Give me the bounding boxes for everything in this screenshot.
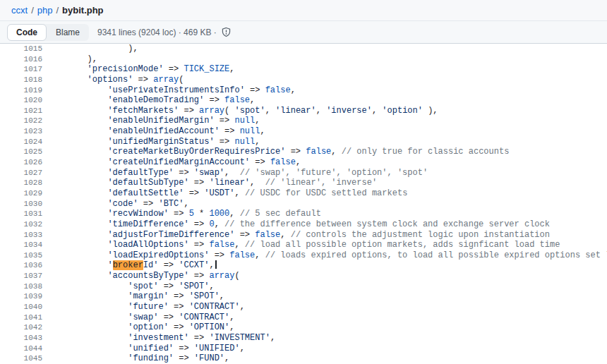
code-line: 1017 'precisionMode' => TICK_SIZE, [0, 64, 607, 75]
line-number[interactable]: 1029 [0, 188, 42, 199]
line-number[interactable]: 1031 [0, 209, 42, 219]
code-line: 1026 'createUnifiedMarginAccount' => fal… [0, 157, 607, 168]
line-number[interactable]: 1034 [0, 240, 42, 250]
line-number[interactable]: 1044 [0, 344, 42, 354]
line-number[interactable]: 1037 [0, 271, 42, 281]
code-line: 1032 'timeDifference' => 0, // the diffe… [0, 219, 607, 230]
line-number[interactable]: 1020 [0, 95, 42, 106]
code-line: 1039 'margin' => 'SPOT', [0, 291, 607, 302]
line-number[interactable]: 1015 [0, 44, 42, 54]
code-line: 1038 'spot' => 'SPOT', [0, 281, 607, 292]
code-line: 1027 'defaultType' => 'swap', // 'swap',… [0, 168, 607, 178]
file-metadata: 9341 lines (9204 loc) · 469 KB · [97, 27, 232, 37]
code-text: 'unifiedMarginStatus' => null, [47, 137, 260, 147]
blame-tab[interactable]: Blame [47, 24, 89, 41]
code-line: 1025 'createMarketBuyOrderRequiresPrice'… [0, 147, 607, 157]
code-line: 1034 'loadAllOptions' => false, // load … [0, 240, 607, 250]
code-text: 'enableDemoTrading' => false, [47, 95, 255, 106]
code-line: 1028 'defaultSubType' => 'linear', // 'l… [0, 178, 607, 188]
line-number[interactable]: 1039 [0, 291, 42, 302]
code-text: 'defaultType' => 'swap', // 'swap', 'fut… [47, 168, 428, 178]
code-text: 'recvWindow' => 5 * 1000, // 5 sec defau… [47, 209, 321, 219]
code-text: 'loadAllOptions' => false, // load all p… [47, 240, 560, 250]
code-blame-switch: Code Blame [7, 24, 89, 41]
line-number[interactable]: 1040 [0, 302, 42, 313]
code-viewer: 1015 ),1016 ),1017 'precisionMode' => TI… [0, 44, 607, 364]
code-text: ), [47, 54, 97, 65]
line-number[interactable]: 1045 [0, 353, 42, 364]
line-number[interactable]: 1018 [0, 75, 42, 85]
line-number[interactable]: 1041 [0, 313, 42, 323]
code-line: 1031 'recvWindow' => 5 * 1000, // 5 sec … [0, 209, 607, 219]
code-lines: 1015 ),1016 ),1017 'precisionMode' => TI… [0, 44, 607, 364]
code-text: 'option' => 'OPTION', [47, 322, 234, 333]
code-text: 'defaultSettle' => 'USDT', // USDC for U… [47, 188, 407, 199]
code-text: 'enableUnifiedMargin' => null, [47, 116, 260, 126]
breadcrumb: ccxt / php / bybit.php [0, 0, 607, 21]
code-line: 1044 'unified' => 'UNIFIED', [0, 344, 607, 354]
file-metadata-text: 9341 lines (9204 loc) · 469 KB · [97, 28, 217, 37]
code-text: 'adjustForTimeDifference' => false, // c… [47, 230, 550, 241]
line-number[interactable]: 1027 [0, 168, 42, 178]
code-line: 1021 'fetchMarkets' => array( 'spot', 'l… [0, 106, 607, 116]
code-text: 'createUnifiedMarginAccount' => false, [47, 157, 301, 168]
code-line: 1030 'code' => 'BTC', [0, 199, 607, 210]
shield-alert-icon[interactable] [221, 27, 232, 37]
code-text: 'timeDifference' => 0, // the difference… [47, 219, 550, 230]
code-text: 'options' => array( [47, 75, 184, 85]
code-text: 'margin' => 'SPOT', [47, 291, 224, 302]
line-number[interactable]: 1024 [0, 137, 42, 147]
breadcrumb-repo-link[interactable]: ccxt [11, 5, 28, 16]
code-line: 1041 'swap' => 'CONTRACT', [0, 313, 607, 323]
code-line: 1023 'enableUnifiedAccount' => null, [0, 126, 607, 137]
line-number[interactable]: 1017 [0, 64, 42, 75]
breadcrumb-separator: / [56, 5, 59, 16]
line-number[interactable]: 1026 [0, 157, 42, 168]
code-line: 1018 'options' => array( [0, 75, 607, 85]
code-line: 1043 'investment' => 'INVESTMENT', [0, 333, 607, 344]
code-line: 1037 'accountsByType' => array( [0, 271, 607, 281]
code-text: 'future' => 'CONTRACT', [47, 302, 245, 313]
line-number[interactable]: 1021 [0, 106, 42, 116]
line-number[interactable]: 1033 [0, 230, 42, 241]
code-line: 1042 'option' => 'OPTION', [0, 322, 607, 333]
code-tab[interactable]: Code [7, 24, 47, 41]
line-number[interactable]: 1035 [0, 250, 42, 261]
file-toolbar: Code Blame 9341 lines (9204 loc) · 469 K… [0, 21, 607, 44]
line-number[interactable]: 1028 [0, 178, 42, 188]
code-line: 1040 'future' => 'CONTRACT', [0, 302, 607, 313]
line-number[interactable]: 1042 [0, 322, 42, 333]
code-text: 'loadExpiredOptions' => false, // loads … [47, 250, 607, 261]
code-text: 'funding' => 'FUND', [47, 353, 229, 364]
code-line: 1016 ), [0, 54, 607, 65]
search-match-highlight: broker [113, 260, 143, 270]
line-number[interactable]: 1036 [0, 260, 42, 271]
code-text: 'unified' => 'UNIFIED', [47, 344, 245, 354]
code-text: 'usePrivateInstrumentsInfo' => false, [47, 85, 296, 96]
code-line: 1029 'defaultSettle' => 'USDT', // USDC … [0, 188, 607, 199]
line-number[interactable]: 1025 [0, 147, 42, 157]
code-text: 'createMarketBuyOrderRequiresPrice' => f… [47, 147, 509, 157]
breadcrumb-dir-link[interactable]: php [37, 5, 53, 16]
code-line: 1035 'loadExpiredOptions' => false, // l… [0, 250, 607, 261]
line-number[interactable]: 1019 [0, 85, 42, 96]
code-text: 'defaultSubType' => 'linear', // 'linear… [47, 178, 377, 188]
code-text: 'fetchMarkets' => array( 'spot', 'linear… [47, 106, 438, 116]
code-line: 1036 'brokerId' => 'CCXT', [0, 260, 607, 271]
code-line: 1020 'enableDemoTrading' => false, [0, 95, 607, 106]
code-text: 'investment' => 'INVESTMENT', [47, 333, 275, 344]
line-number[interactable]: 1016 [0, 54, 42, 65]
code-text: 'spot' => 'SPOT', [47, 281, 215, 292]
code-line: 1015 ), [0, 44, 607, 54]
line-number[interactable]: 1023 [0, 126, 42, 137]
line-number[interactable]: 1030 [0, 199, 42, 210]
breadcrumb-separator: / [31, 5, 34, 16]
code-line: 1033 'adjustForTimeDifference' => false,… [0, 230, 607, 241]
line-number[interactable]: 1043 [0, 333, 42, 344]
line-number[interactable]: 1038 [0, 281, 42, 292]
code-line: 1024 'unifiedMarginStatus' => null, [0, 137, 607, 147]
line-number[interactable]: 1032 [0, 219, 42, 230]
line-number[interactable]: 1022 [0, 116, 42, 126]
code-text: 'accountsByType' => array( [47, 271, 240, 281]
code-text: 'code' => 'BTC', [47, 199, 189, 210]
